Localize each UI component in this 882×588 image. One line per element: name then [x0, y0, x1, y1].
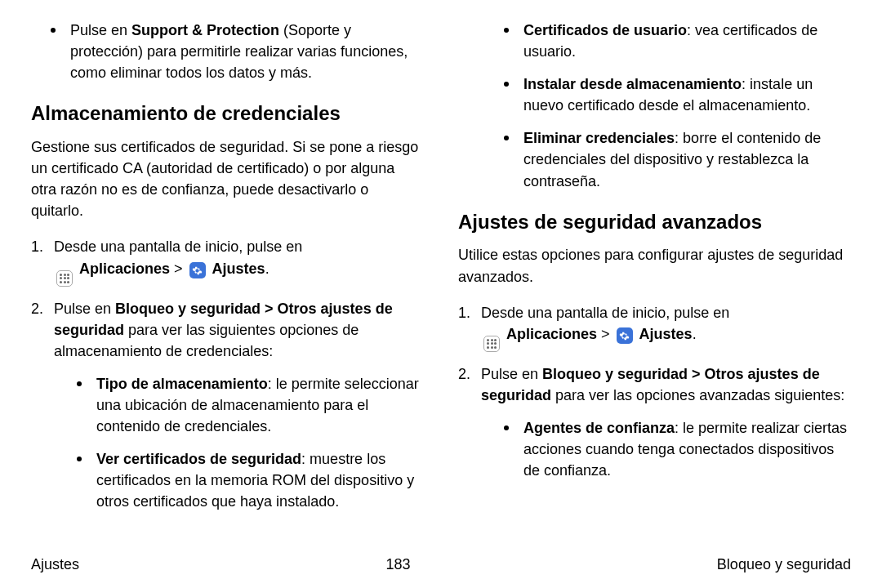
intro-paragraph: Utilice estas opciones para configurar a…	[458, 244, 851, 287]
text-bold: Certificados de usuario	[523, 22, 687, 38]
sub-bullet-list: Tipo de almacenamiento: le permite selec…	[54, 373, 424, 513]
footer-page-number: 183	[385, 554, 410, 575]
apps-grid-icon	[483, 336, 500, 352]
bullet-text: Tipo de almacenamiento: le permite selec…	[96, 373, 424, 437]
bullet-trust-agents: Agentes de confianza: le permite realiza…	[481, 417, 851, 481]
text: Desde una pantalla de inicio, pulse en	[54, 238, 302, 255]
text: .	[265, 261, 270, 277]
footer-left: Ajustes	[31, 554, 79, 575]
text: para ver las opciones avanzadas siguient…	[551, 387, 844, 403]
text: Pulse en	[70, 22, 131, 38]
heading-advanced-security: Ajustes de seguridad avanzados	[458, 208, 851, 237]
bullet-dot-icon	[504, 82, 509, 87]
right-column: Certificados de usuario: vea certificado…	[458, 20, 851, 542]
bullet-dot-icon	[51, 28, 56, 33]
bullet-dot-icon	[77, 457, 82, 461]
text-bold: Support & Protection	[131, 22, 279, 38]
bullet-view-certs: Ver certificados de seguridad: muestre l…	[54, 448, 424, 512]
bullet-text: Instalar desde almacenamiento: instale u…	[523, 74, 851, 116]
step-body: Desde una pantalla de inicio, pulse en A…	[54, 236, 302, 286]
bullet-dot-icon	[504, 425, 509, 430]
step-body: Desde una pantalla de inicio, pulse en A…	[481, 302, 729, 352]
gear-icon	[189, 262, 206, 278]
step-number: 2.	[31, 298, 54, 524]
text-bold: Aplicaciones	[506, 326, 597, 342]
step-number: 1.	[31, 236, 54, 286]
bullet-install-storage: Instalar desde almacenamiento: instale u…	[458, 74, 851, 116]
text-bold: Aplicaciones	[79, 261, 170, 277]
text-bold: Agentes de confianza	[523, 420, 675, 436]
text-bold: Instalar desde almacenamiento	[523, 76, 742, 92]
text: .	[693, 326, 697, 342]
page-footer: Ajustes 183 Bloqueo y seguridad	[31, 554, 851, 575]
text-bold: Ver certificados de seguridad	[96, 451, 301, 467]
bullet-clear-credentials: Eliminar credenciales: borre el contenid…	[458, 127, 851, 191]
bullet-text: Certificados de usuario: vea certificado…	[523, 20, 851, 62]
step-2: 2. Pulse en Bloqueo y seguridad > Otros …	[458, 363, 851, 492]
text: Pulse en	[481, 366, 542, 382]
bullet-text: Agentes de confianza: le permite realiza…	[523, 417, 851, 481]
text: >	[597, 326, 614, 342]
bullet-storage-type: Tipo de almacenamiento: le permite selec…	[54, 373, 424, 437]
footer-right: Bloqueo y seguridad	[717, 554, 851, 575]
step-1: 1. Desde una pantalla de inicio, pulse e…	[458, 302, 851, 352]
step-body: Pulse en Bloqueo y seguridad > Otros aju…	[481, 363, 851, 492]
gear-icon	[617, 327, 633, 344]
intro-paragraph: Gestione sus certificados de seguridad. …	[31, 136, 424, 221]
bullet-text: Eliminar credenciales: borre el contenid…	[523, 127, 851, 191]
step-number: 2.	[458, 363, 481, 492]
text: >	[170, 261, 187, 277]
apps-grid-icon	[56, 270, 73, 287]
heading-credential-storage: Almacenamiento de credenciales	[31, 100, 424, 128]
text-bold: Ajustes	[639, 326, 693, 342]
bullet-support-protection: Pulse en Support & Protection (Soporte y…	[31, 20, 424, 83]
text-bold: Tipo de almacenamiento	[96, 376, 268, 392]
bullet-dot-icon	[77, 381, 82, 386]
bullet-user-certs: Certificados de usuario: vea certificado…	[458, 20, 851, 62]
left-column: Pulse en Support & Protection (Soporte y…	[31, 20, 424, 542]
text: Pulse en	[54, 301, 115, 317]
bullet-dot-icon	[504, 28, 509, 33]
bullet-dot-icon	[504, 136, 509, 140]
step-number: 1.	[458, 302, 481, 352]
bullet-text: Ver certificados de seguridad: muestre l…	[96, 448, 424, 512]
text: Desde una pantalla de inicio, pulse en	[481, 305, 729, 321]
step-body: Pulse en Bloqueo y seguridad > Otros aju…	[54, 298, 424, 524]
bullet-text: Pulse en Support & Protection (Soporte y…	[70, 20, 424, 83]
step-2: 2. Pulse en Bloqueo y seguridad > Otros …	[31, 298, 424, 524]
content-columns: Pulse en Support & Protection (Soporte y…	[31, 20, 851, 542]
step-1: 1. Desde una pantalla de inicio, pulse e…	[31, 236, 424, 286]
text-bold: Eliminar credenciales	[523, 130, 675, 146]
sub-bullet-list: Agentes de confianza: le permite realiza…	[481, 417, 851, 481]
text-bold: Ajustes	[212, 261, 265, 277]
